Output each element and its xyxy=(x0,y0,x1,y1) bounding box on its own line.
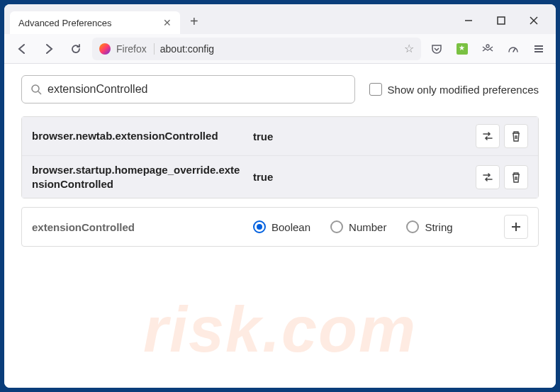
pref-row[interactable]: browser.newtab.extensionControlled true xyxy=(22,117,538,155)
search-icon xyxy=(30,84,42,95)
radio-icon xyxy=(253,220,266,233)
search-row: Show only modified preferences xyxy=(21,75,539,103)
type-radio-group: Boolean Number String xyxy=(253,220,495,233)
pref-name: browser.startup.homepage_override.extens… xyxy=(32,163,245,191)
back-button[interactable] xyxy=(11,38,33,60)
browser-tab[interactable]: Advanced Preferences ✕ xyxy=(10,11,180,34)
content-area: Show only modified preferences browser.n… xyxy=(4,64,556,388)
toggle-button[interactable] xyxy=(476,124,500,148)
maximize-button[interactable] xyxy=(485,10,517,31)
toggle-button[interactable] xyxy=(476,165,500,189)
tab-title: Advanced Preferences xyxy=(18,18,112,28)
url-bar[interactable]: Firefox about:config ☆ xyxy=(92,38,421,60)
pref-row[interactable]: browser.startup.homepage_override.extens… xyxy=(22,155,538,198)
pref-value: true xyxy=(253,171,467,183)
pocket-icon[interactable] xyxy=(427,39,447,59)
modified-checkbox[interactable] xyxy=(369,83,382,96)
svg-line-9 xyxy=(38,91,41,94)
url-address: about:config xyxy=(160,43,398,55)
radio-boolean[interactable]: Boolean xyxy=(253,220,310,233)
search-input[interactable] xyxy=(47,83,346,96)
radio-number[interactable]: Number xyxy=(330,220,386,233)
svg-rect-1 xyxy=(498,17,505,24)
pref-actions xyxy=(476,124,528,148)
extension-icon[interactable] xyxy=(452,39,472,59)
prefs-table: browser.newtab.extensionControlled true … xyxy=(21,116,539,198)
svg-point-4 xyxy=(486,45,489,47)
window: Advanced Preferences ✕ + Firefox about:c… xyxy=(4,4,556,388)
delete-button[interactable] xyxy=(504,165,528,189)
bookmark-star-icon[interactable]: ☆ xyxy=(404,42,414,55)
watermark: risk.com xyxy=(143,293,417,366)
new-pref-row: extensionControlled Boolean Number Strin… xyxy=(21,207,539,247)
close-window-button[interactable] xyxy=(517,10,550,31)
dashboard-icon[interactable] xyxy=(503,39,523,59)
radio-label: Number xyxy=(349,221,386,233)
svg-point-8 xyxy=(32,85,39,92)
menu-icon[interactable] xyxy=(529,39,549,59)
reload-button[interactable] xyxy=(65,38,86,60)
new-tab-button[interactable]: + xyxy=(183,9,206,34)
add-pref-button[interactable] xyxy=(504,215,528,239)
new-pref-name: extensionControlled xyxy=(32,221,245,233)
radio-string[interactable]: String xyxy=(406,220,452,233)
mail-icon[interactable] xyxy=(478,39,498,59)
pref-actions xyxy=(476,165,528,189)
search-box[interactable] xyxy=(21,75,355,103)
pref-value: true xyxy=(253,130,467,142)
modified-only-option[interactable]: Show only modified preferences xyxy=(369,83,539,96)
toolbar: Firefox about:config ☆ xyxy=(4,34,556,64)
firefox-logo-icon xyxy=(99,43,111,55)
pref-name: browser.newtab.extensionControlled xyxy=(32,129,245,143)
close-tab-icon[interactable]: ✕ xyxy=(163,17,172,28)
radio-icon xyxy=(330,220,343,233)
url-prefix: Firefox xyxy=(116,43,155,55)
radio-label: String xyxy=(425,221,452,233)
minimize-button[interactable] xyxy=(452,10,485,31)
delete-button[interactable] xyxy=(504,124,528,148)
radio-icon xyxy=(406,220,419,233)
forward-button[interactable] xyxy=(38,38,60,60)
modified-label: Show only modified preferences xyxy=(388,84,539,96)
window-controls xyxy=(452,4,550,31)
radio-label: Boolean xyxy=(271,221,310,233)
tab-bar: Advanced Preferences ✕ + xyxy=(4,4,556,34)
